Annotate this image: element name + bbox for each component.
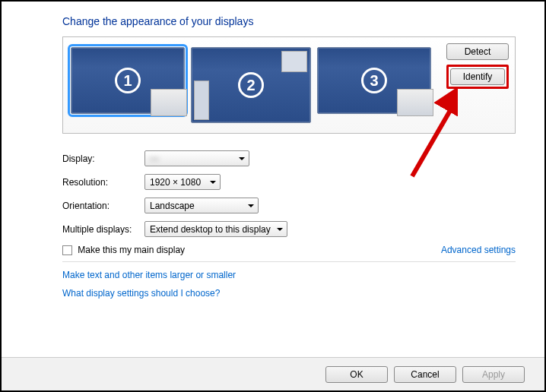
monitor-1[interactable]: 1 [71, 47, 185, 114]
apply-button[interactable]: Apply [462, 366, 525, 383]
main-display-checkbox-label[interactable]: Make this my main display [62, 245, 185, 255]
keypad-icon [151, 89, 187, 116]
window-icon [281, 51, 307, 72]
display-preview-area: 1 2 3 Detect Identify [62, 36, 516, 134]
monitor-2-label: 2 [238, 72, 264, 98]
dialog-footer: OK Cancel Apply [2, 357, 544, 390]
text-size-link[interactable]: Make text and other items larger or smal… [62, 270, 516, 280]
orientation-label: Orientation: [62, 201, 144, 211]
ok-button[interactable]: OK [325, 366, 388, 383]
page-title: Change the appearance of your displays [62, 15, 516, 27]
monitor-3-label: 3 [361, 68, 387, 93]
divider [62, 261, 516, 262]
cancel-button[interactable]: Cancel [394, 366, 456, 383]
keypad-icon [397, 89, 433, 116]
orientation-select[interactable]: Landscape [144, 198, 259, 213]
main-display-checkbox[interactable] [62, 245, 72, 255]
display-select[interactable]: — [144, 150, 249, 166]
multiple-displays-select[interactable]: Extend desktop to this display [144, 221, 287, 237]
identify-button[interactable]: Identify [450, 68, 505, 85]
multiple-displays-label: Multiple displays: [62, 224, 144, 235]
monitor-2[interactable]: 2 [191, 47, 311, 123]
sidebar-icon [194, 81, 209, 120]
monitor-1-label: 1 [115, 68, 141, 93]
highlight-annotation: Identify [446, 65, 509, 89]
detect-button[interactable]: Detect [446, 43, 509, 60]
display-label: Display: [62, 153, 144, 164]
resolution-label: Resolution: [62, 177, 144, 188]
advanced-settings-link[interactable]: Advanced settings [441, 245, 516, 255]
help-link[interactable]: What display settings should I choose? [62, 288, 516, 299]
monitor-3[interactable]: 3 [317, 47, 431, 114]
resolution-select[interactable]: 1920 × 1080 [144, 174, 221, 190]
